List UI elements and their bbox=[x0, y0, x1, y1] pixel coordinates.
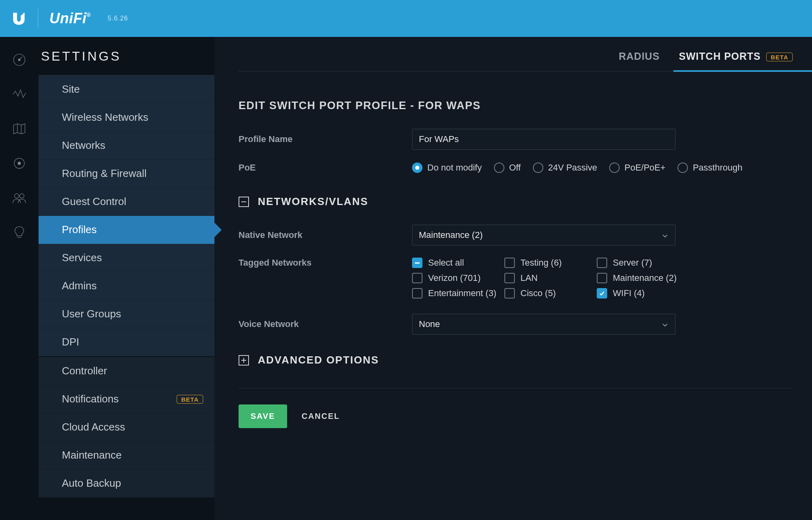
sidebar-item-maintenance[interactable]: Maintenance bbox=[39, 441, 214, 469]
brand-label: UniFi® bbox=[49, 10, 91, 27]
sidebar-item-cloud-access[interactable]: Cloud Access bbox=[39, 413, 214, 441]
section-networks-title: NETWORKS/VLANS bbox=[258, 195, 368, 208]
rail-clients-icon[interactable] bbox=[12, 190, 27, 207]
settings-nav: Site Wireless Networks Networks Routing … bbox=[39, 75, 214, 498]
collapse-networks-icon[interactable] bbox=[239, 197, 249, 207]
voice-network-label: Voice Network bbox=[239, 319, 412, 329]
tagged-maintenance-checkbox[interactable]: Maintenance (2) bbox=[597, 273, 693, 283]
sidebar-item-site[interactable]: Site bbox=[39, 75, 214, 104]
poe-poe-plus-radio[interactable]: PoE/PoE+ bbox=[609, 162, 665, 173]
rail-dashboard-icon[interactable] bbox=[12, 52, 27, 69]
sidebar-item-auto-backup[interactable]: Auto Backup bbox=[39, 469, 214, 498]
cancel-button[interactable]: CANCEL bbox=[302, 412, 340, 421]
sidebar-item-controller[interactable]: Controller bbox=[39, 357, 214, 385]
main-content: RADIUS SWITCH PORTSBETA EDIT SWITCH PORT… bbox=[214, 37, 812, 520]
tagged-select-all-checkbox[interactable]: Select all bbox=[412, 258, 500, 268]
sidebar-item-profiles[interactable]: Profiles bbox=[39, 216, 214, 244]
rail-map-icon[interactable] bbox=[12, 121, 27, 138]
save-button[interactable]: SAVE bbox=[239, 404, 287, 428]
sidebar-item-wireless-networks[interactable]: Wireless Networks bbox=[39, 104, 214, 132]
icon-rail bbox=[0, 37, 39, 520]
page-heading: EDIT SWITCH PORT PROFILE - FOR WAPS bbox=[239, 100, 793, 112]
tagged-entertainment-checkbox[interactable]: Entertainment (3) bbox=[412, 288, 500, 299]
tagged-server-checkbox[interactable]: Server (7) bbox=[597, 258, 693, 268]
poe-label: PoE bbox=[239, 162, 412, 173]
poe-do-not-modify-radio[interactable]: Do not modify bbox=[412, 162, 482, 173]
tagged-verizon-checkbox[interactable]: Verizon (701) bbox=[412, 273, 500, 283]
sidebar-item-dpi[interactable]: DPI bbox=[39, 328, 214, 356]
poe-24v-passive-radio[interactable]: 24V Passive bbox=[533, 162, 597, 173]
sidebar-item-routing-firewall[interactable]: Routing & Firewall bbox=[39, 160, 214, 188]
tab-radius[interactable]: RADIUS bbox=[619, 51, 660, 62]
expand-advanced-icon[interactable] bbox=[239, 355, 249, 366]
sidebar-item-notifications[interactable]: NotificationsBETA bbox=[39, 385, 214, 413]
tagged-testing-checkbox[interactable]: Testing (6) bbox=[504, 258, 593, 268]
sidebar-item-networks[interactable]: Networks bbox=[39, 132, 214, 160]
chevron-down-icon bbox=[661, 232, 669, 239]
tab-switch-ports[interactable]: SWITCH PORTSBETA bbox=[679, 51, 793, 62]
svg-point-1 bbox=[18, 59, 20, 61]
profile-name-label: Profile Name bbox=[239, 134, 412, 144]
tagged-wifi-checkbox[interactable]: WIFI (4) bbox=[597, 288, 693, 299]
poe-off-radio[interactable]: Off bbox=[494, 162, 521, 173]
rail-insights-icon[interactable] bbox=[12, 156, 27, 173]
chevron-down-icon bbox=[661, 321, 669, 328]
version-label: 5.6.26 bbox=[108, 15, 128, 22]
sidebar-item-guest-control[interactable]: Guest Control bbox=[39, 188, 214, 216]
settings-sidebar: SETTINGS Site Wireless Networks Networks… bbox=[39, 37, 214, 520]
voice-network-select[interactable]: None bbox=[412, 314, 675, 335]
divider bbox=[239, 388, 793, 388]
native-network-select[interactable]: Maintenance (2) bbox=[412, 225, 675, 246]
rail-stats-icon[interactable] bbox=[12, 87, 27, 104]
rail-tips-icon[interactable] bbox=[12, 225, 27, 242]
topbar-divider bbox=[38, 9, 38, 28]
sidebar-item-services[interactable]: Services bbox=[39, 244, 214, 272]
sidebar-item-admins[interactable]: Admins bbox=[39, 272, 214, 300]
tagged-networks-group: Select all Testing (6) Server (7) Verizo… bbox=[412, 258, 793, 299]
poe-radio-group: Do not modify Off 24V Passive PoE/PoE+ P… bbox=[412, 162, 793, 173]
beta-badge: BETA bbox=[766, 53, 793, 61]
poe-passthrough-radio[interactable]: Passthrough bbox=[677, 162, 743, 173]
sidebar-item-user-groups[interactable]: User Groups bbox=[39, 300, 214, 328]
profile-name-input[interactable] bbox=[412, 129, 675, 150]
settings-title: SETTINGS bbox=[39, 49, 214, 75]
tabs: RADIUS SWITCH PORTSBETA bbox=[239, 51, 793, 71]
top-bar: UniFi® 5.6.26 bbox=[0, 0, 812, 37]
section-advanced-title: ADVANCED OPTIONS bbox=[258, 354, 379, 366]
beta-badge: BETA bbox=[177, 395, 203, 404]
native-network-label: Native Network bbox=[239, 230, 412, 240]
svg-point-3 bbox=[18, 162, 21, 165]
ubiquiti-logo-icon bbox=[11, 11, 27, 26]
svg-point-5 bbox=[20, 194, 24, 198]
svg-point-4 bbox=[14, 194, 19, 198]
tagged-cisco-checkbox[interactable]: Cisco (5) bbox=[504, 288, 593, 299]
tagged-lan-checkbox[interactable]: LAN bbox=[504, 273, 593, 283]
tagged-networks-label: Tagged Networks bbox=[239, 258, 412, 268]
